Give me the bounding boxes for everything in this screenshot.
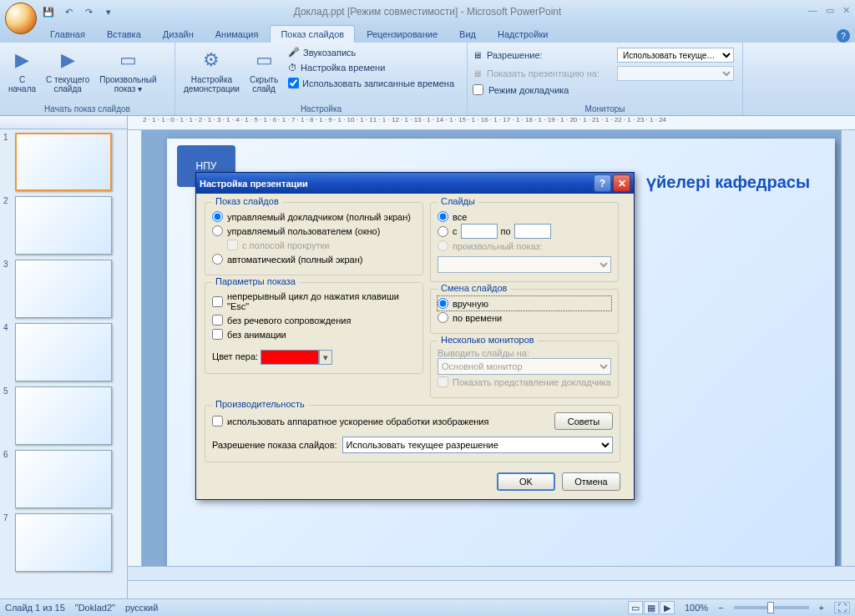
show-options-fieldset: Параметры показа непрерывный цикл до наж…: [205, 282, 423, 374]
loop-checkbox[interactable]: непрерывный цикл до нажатия клавиши "Esc…: [212, 290, 416, 313]
slides-all-radio[interactable]: все: [438, 210, 611, 224]
performance-fieldset: Производительность использовать аппаратн…: [205, 405, 620, 462]
show-type-fieldset: Показ слайдов управляемый докладчиком (п…: [205, 202, 423, 275]
slides-custom-radio: произвольный показ:: [438, 239, 611, 253]
slideshow-resolution-select[interactable]: Использовать текущее разрешение: [342, 437, 613, 453]
setup-show-dialog: Настройка презентации ? ✕ Показ слайдов …: [195, 172, 635, 500]
tips-button[interactable]: Советы: [554, 412, 613, 430]
ok-button[interactable]: OK: [497, 472, 555, 491]
monitors-fieldset: Несколько мониторов Выводить слайды на: …: [430, 341, 619, 398]
advance-manual-radio[interactable]: вручную: [438, 296, 611, 311]
dialog-close-button[interactable]: ✕: [613, 174, 630, 192]
advance-fieldset: Смена слайдов вручную по времени: [430, 289, 619, 334]
slides-fieldset: Слайды все с по произвольный показ:: [430, 202, 619, 282]
cancel-button[interactable]: Отмена: [562, 472, 620, 491]
slides-range-radio[interactable]: с: [438, 226, 458, 237]
dialog-overlay: Настройка презентации ? ✕ Показ слайдов …: [0, 0, 855, 616]
display-on-select: Основной монитор: [438, 358, 611, 375]
show-kiosk-radio[interactable]: автоматический (полный экран): [212, 252, 416, 266]
dialog-titlebar[interactable]: Настройка презентации ? ✕: [196, 173, 634, 194]
office-button[interactable]: [5, 3, 37, 34]
custom-show-select: [438, 256, 611, 273]
presenter-view-dlg-checkbox: Показать представление докладчика: [438, 375, 611, 389]
advance-timing-radio[interactable]: по времени: [438, 311, 611, 325]
hw-accel-checkbox[interactable]: использовать аппаратное ускорение обрабо…: [212, 414, 554, 428]
show-user-radio[interactable]: управляемый пользователем (окно): [212, 224, 416, 238]
no-narration-checkbox[interactable]: без речевого сопровождения: [212, 313, 416, 327]
dialog-title: Настройка презентации: [200, 179, 308, 189]
pen-color-swatch[interactable]: [261, 350, 319, 365]
scrollbar-checkbox: с полосой прокрутки: [212, 238, 416, 252]
no-animation-checkbox[interactable]: без анимации: [212, 327, 416, 341]
from-spinner[interactable]: [461, 224, 498, 239]
dialog-help-button[interactable]: ?: [594, 174, 611, 192]
to-spinner[interactable]: [514, 224, 551, 239]
pen-color-dropdown[interactable]: ▾: [319, 350, 332, 365]
show-speaker-radio[interactable]: управляемый докладчиком (полный экран): [212, 210, 416, 224]
